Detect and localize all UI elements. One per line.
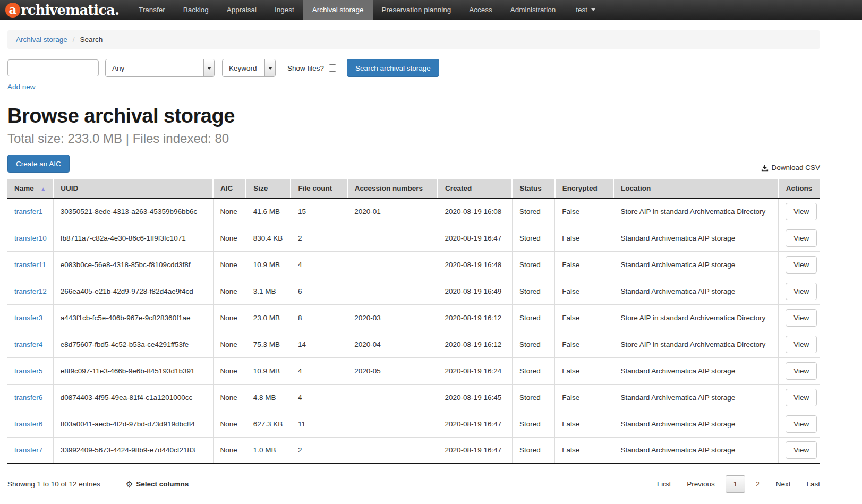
pagination-previous[interactable]: Previous — [687, 480, 715, 488]
add-new-link[interactable]: Add new — [7, 83, 36, 91]
column-header-status[interactable]: Status — [512, 179, 554, 198]
view-button[interactable]: View — [786, 256, 817, 274]
cell-file-count: 4 — [291, 251, 347, 278]
transfer-link[interactable]: transfer11 — [14, 261, 46, 269]
table-row: transfer6803a0041-aecb-4f2d-97bd-d73d919… — [7, 411, 820, 437]
column-header-aic[interactable]: AIC — [213, 179, 246, 198]
column-header-encrypted[interactable]: Encrypted — [555, 179, 613, 198]
download-csv-link[interactable]: Download CSV — [761, 164, 820, 173]
gear-icon: ⚙ — [126, 480, 133, 489]
cell-size: 3.1 MB — [246, 278, 291, 304]
view-button[interactable]: View — [786, 441, 817, 459]
transfer-link[interactable]: transfer5 — [14, 367, 42, 375]
cell-encrypted: False — [555, 357, 613, 384]
nav-item-transfer[interactable]: Transfer — [130, 0, 174, 20]
view-button[interactable]: View — [786, 415, 817, 433]
column-header-created[interactable]: Created — [438, 179, 512, 198]
column-header-uuid[interactable]: UUID — [53, 179, 213, 198]
chevron-down-icon — [207, 67, 211, 70]
transfer-link[interactable]: transfer12 — [14, 287, 47, 295]
logo-a-badge: a — [5, 3, 20, 18]
view-button[interactable]: View — [786, 203, 817, 220]
column-header-actions[interactable]: Actions — [779, 179, 820, 198]
table-row: transfer3a443f1cb-fc5e-406b-967e-9c82836… — [7, 304, 820, 331]
chevron-down-icon — [268, 67, 272, 70]
column-header-file-count[interactable]: File count — [291, 179, 347, 198]
nav-item-archival-storage[interactable]: Archival storage — [303, 0, 373, 20]
cell-size: 830.4 KB — [246, 225, 291, 251]
table-footer: Showing 1 to 10 of 12 entries ⚙ Select c… — [7, 475, 820, 493]
transfer-link[interactable]: transfer3 — [14, 314, 42, 322]
cell-file-count: 8 — [291, 304, 347, 331]
transfer-link[interactable]: transfer6 — [14, 420, 42, 428]
pagination-1[interactable]: 1 — [726, 475, 746, 493]
pagination-first[interactable]: First — [657, 480, 671, 488]
show-files-checkbox[interactable] — [329, 64, 336, 72]
cell-status: Stored — [512, 251, 554, 278]
cell-location: Standard Archivematica AIP storage — [613, 225, 779, 251]
transfer-link[interactable]: transfer4 — [14, 340, 42, 348]
cell-actions: View — [779, 304, 820, 331]
view-button[interactable]: View — [786, 389, 817, 406]
cell-accession-numbers: 2020-04 — [347, 331, 438, 357]
cell-name: transfer10 — [7, 225, 53, 251]
column-header-size[interactable]: Size — [246, 179, 291, 198]
cell-encrypted: False — [555, 304, 613, 331]
cell-name: transfer1 — [7, 198, 53, 225]
transfer-link[interactable]: transfer1 — [14, 208, 42, 216]
nav-item-access[interactable]: Access — [460, 0, 501, 20]
table-body: transfer130350521-8ede-4313-a263-45359b9… — [7, 198, 820, 464]
pagination-2[interactable]: 2 — [756, 480, 760, 488]
cell-created: 2020-08-19 16:47 — [438, 411, 512, 437]
app-logo[interactable]: a rchivematica. — [5, 0, 119, 20]
view-button[interactable]: View — [786, 229, 817, 247]
entries-info: Showing 1 to 10 of 12 entries — [7, 480, 100, 488]
archival-storage-table: Name▲UUIDAICSizeFile countAccession numb… — [7, 179, 820, 464]
transfer-link[interactable]: transfer7 — [14, 446, 42, 454]
transfer-link[interactable]: transfer10 — [14, 234, 47, 242]
cell-accession-numbers — [347, 384, 438, 411]
select-columns-button[interactable]: ⚙ Select columns — [126, 480, 189, 489]
cell-accession-numbers — [347, 278, 438, 304]
view-button[interactable]: View — [786, 283, 817, 300]
cell-size: 10.9 MB — [246, 357, 291, 384]
search-input[interactable] — [7, 59, 99, 76]
cell-actions: View — [779, 384, 820, 411]
field-select[interactable]: Any — [105, 59, 215, 77]
cell-created: 2020-08-19 16:49 — [438, 278, 512, 304]
nav-item-appraisal[interactable]: Appraisal — [218, 0, 266, 20]
column-header-location[interactable]: Location — [613, 179, 779, 198]
view-button[interactable]: View — [786, 336, 817, 353]
pagination-last[interactable]: Last — [806, 480, 820, 488]
nav-item-preservation-planning[interactable]: Preservation planning — [373, 0, 460, 20]
column-header-name[interactable]: Name▲ — [7, 179, 53, 198]
cell-created: 2020-08-19 16:12 — [438, 331, 512, 357]
cell-actions: View — [779, 225, 820, 251]
pagination-next[interactable]: Next — [776, 480, 791, 488]
column-header-accession-numbers[interactable]: Accession numbers — [347, 179, 438, 198]
cell-actions: View — [779, 357, 820, 384]
cell-uuid: 266ea405-e21b-42d9-9728-f82d4ae9f4cd — [53, 278, 213, 304]
table-row: transfer130350521-8ede-4313-a263-45359b9… — [7, 198, 820, 225]
cell-file-count: 2 — [291, 437, 347, 464]
cell-name: transfer12 — [7, 278, 53, 304]
table-header-row: Name▲UUIDAICSizeFile countAccession numb… — [7, 179, 820, 198]
view-button[interactable]: View — [786, 362, 817, 380]
cell-name: transfer5 — [7, 357, 53, 384]
nav-item-ingest[interactable]: Ingest — [266, 0, 303, 20]
cell-location: Standard Archivematica AIP storage — [613, 251, 779, 278]
create-aic-button[interactable]: Create an AIC — [7, 155, 70, 173]
transfer-link[interactable]: transfer6 — [14, 394, 42, 402]
cell-location: Standard Archivematica AIP storage — [613, 278, 779, 304]
nav-item-administration[interactable]: Administration — [501, 0, 565, 20]
view-button[interactable]: View — [786, 309, 817, 327]
user-menu[interactable]: test — [566, 0, 605, 20]
breadcrumb-archival-storage[interactable]: Archival storage — [16, 36, 67, 44]
cell-file-count: 11 — [291, 411, 347, 437]
nav-item-backlog[interactable]: Backlog — [174, 0, 218, 20]
table-row: transfer6d0874403-4f95-49ea-81f4-c1a1201… — [7, 384, 820, 411]
cell-aic: None — [213, 331, 246, 357]
search-button[interactable]: Search archival storage — [347, 59, 439, 77]
cell-accession-numbers — [347, 437, 438, 464]
term-type-select[interactable]: Keyword — [222, 59, 276, 77]
